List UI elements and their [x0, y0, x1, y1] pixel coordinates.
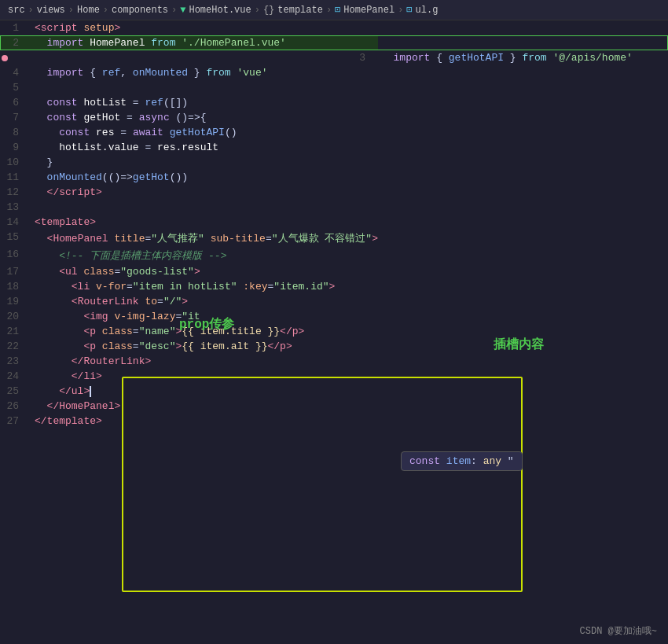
breadcrumb-vue-icon: ▼: [180, 5, 185, 16]
code-line: 9 hotList.value = res.result: [0, 140, 668, 155]
line-number: 6: [0, 95, 31, 110]
breadcrumb-ul: ul.g: [416, 5, 439, 16]
breadcrumb-homepanel-icon: ⊡: [335, 4, 340, 16]
slot-annotation: 插槽内容: [494, 337, 544, 353]
code-line: 3 import { getHotAPI } from '@/apis/home…: [0, 50, 668, 65]
code-line: 7 const getHot = async ()=>{: [0, 110, 668, 125]
code-line: 5: [0, 80, 668, 95]
line-number: 20: [0, 309, 31, 324]
line-content: </template>: [31, 414, 378, 429]
breadcrumb-views: views: [37, 5, 65, 16]
line-content: <ul class="goods-list">: [31, 264, 378, 279]
line-number: 7: [0, 110, 31, 125]
footer-text: CSDN @要加油哦~: [580, 624, 657, 638]
breadcrumb-ul-icon: ⊡: [406, 4, 412, 16]
line-number: 11: [0, 170, 31, 185]
code-line: 23 </RouterLink>: [0, 354, 668, 369]
breadcrumb-homepanel: HomePanel: [343, 5, 395, 16]
code-line: 4 import { ref, onMounted } from 'vue': [0, 65, 668, 80]
code-line: 26 </HomePanel>: [0, 399, 668, 414]
code-line: 19 <RouterLink to="/">: [0, 294, 668, 309]
breadcrumb: src › views › Home › components › ▼ Home…: [0, 0, 668, 20]
line-number: 21: [0, 324, 31, 339]
line-number: 17: [0, 264, 31, 279]
line-content: const getHot = async ()=>{: [31, 110, 378, 125]
line-content: </li>: [31, 369, 378, 384]
breadcrumb-home: Home: [77, 5, 100, 16]
code-line: 14<template>: [0, 215, 668, 230]
line-content: </RouterLink>: [31, 354, 378, 369]
line-number: 2: [0, 35, 31, 50]
line-number: 26: [0, 399, 31, 414]
line-content: <p class="desc">{{ item.alt }}</p>: [31, 339, 378, 354]
line-number: 24: [0, 369, 31, 384]
line-content: </script>: [31, 185, 378, 200]
text-cursor: [90, 386, 91, 397]
line-content: import { ref, onMounted } from 'vue': [31, 65, 378, 80]
code-line: 8 const res = await getHotAPI(): [0, 125, 668, 140]
code-line: 1<script setup>: [0, 20, 668, 35]
line-number: 14: [0, 215, 31, 230]
code-line: 13: [0, 200, 668, 215]
code-line: 18 <li v-for="item in hotList" :key="ite…: [0, 279, 668, 294]
code-line: 11 onMounted(()=>getHot()): [0, 170, 668, 185]
code-line: 22 <p class="desc">{{ item.alt }}</p>: [0, 339, 668, 354]
code-line: 16 <!-- 下面是插槽主体内容模版 -->: [0, 247, 668, 264]
line-number: 27: [0, 414, 31, 429]
line-content: <li v-for="item in hotList" :key="item.i…: [31, 279, 378, 294]
line-content: import HomePanel from './HomePanel.vue': [31, 35, 378, 50]
code-line: 20 <img v-img-lazy="it: [0, 309, 668, 324]
line-number: 9: [0, 140, 31, 155]
code-line: 25 </ul>: [0, 384, 668, 399]
line-number: 23: [0, 354, 31, 369]
breadcrumb-src: src: [8, 5, 25, 16]
line-content: <script setup>: [31, 20, 378, 35]
code-line: 2 import HomePanel from './HomePanel.vue…: [0, 35, 668, 50]
code-line: 24 </li>: [0, 369, 668, 384]
line-number: 25: [0, 384, 31, 399]
line-content: </HomePanel>: [31, 399, 378, 414]
line-number: 1: [0, 20, 31, 35]
line-content: <HomePanel title="人气推荐" sub-title="人气爆款 …: [31, 230, 378, 247]
line-content: import { getHotAPI } from '@/apis/home': [378, 50, 668, 65]
line-content: const hotList = ref([]): [31, 95, 378, 110]
line-content: [31, 80, 378, 95]
line-number: 15: [0, 230, 31, 247]
line-content: <!-- 下面是插槽主体内容模版 -->: [31, 247, 378, 264]
line-content: onMounted(()=>getHot()): [31, 170, 378, 185]
line-number: 13: [0, 200, 31, 215]
breadcrumb-components: components: [112, 5, 168, 16]
tooltip-const-item: const item: any ": [401, 451, 523, 471]
code-line: 21 <p class="name">{{ item.title }}</p>: [0, 324, 668, 339]
prop-annotation: prop传参: [179, 316, 234, 333]
line-number: 4: [0, 65, 31, 80]
breadcrumb-template: template: [277, 5, 323, 16]
line-content: </ul>: [31, 384, 378, 399]
error-dot: [2, 55, 8, 61]
line-number: 3: [31, 50, 378, 65]
code-line: 15 <HomePanel title="人气推荐" sub-title="人气…: [0, 230, 668, 247]
line-number: 19: [0, 294, 31, 309]
code-line: 12 </script>: [0, 185, 668, 200]
line-content: hotList.value = res.result: [31, 140, 378, 155]
line-number: 22: [0, 339, 31, 354]
line-content: <RouterLink to="/">: [31, 294, 378, 309]
code-line: 10 }: [0, 155, 668, 170]
line-number: 5: [0, 80, 31, 95]
line-content: [31, 200, 378, 215]
code-line: 6 const hotList = ref([]): [0, 95, 668, 110]
breadcrumb-filename: HomeHot.vue: [189, 5, 251, 16]
line-content: }: [31, 155, 378, 170]
code-editor: 1<script setup>2 import HomePanel from '…: [0, 20, 668, 644]
line-number: 10: [0, 155, 31, 170]
line-content: const res = await getHotAPI(): [31, 125, 378, 140]
code-line: 17 <ul class="goods-list">: [0, 264, 668, 279]
breadcrumb-braces-icon: {}: [263, 5, 274, 16]
line-number: 12: [0, 185, 31, 200]
line-content: <template>: [31, 215, 378, 230]
line-number: 16: [0, 247, 31, 264]
line-number: 18: [0, 279, 31, 294]
line-number: 8: [0, 125, 31, 140]
code-line: 27</template>: [0, 414, 668, 429]
